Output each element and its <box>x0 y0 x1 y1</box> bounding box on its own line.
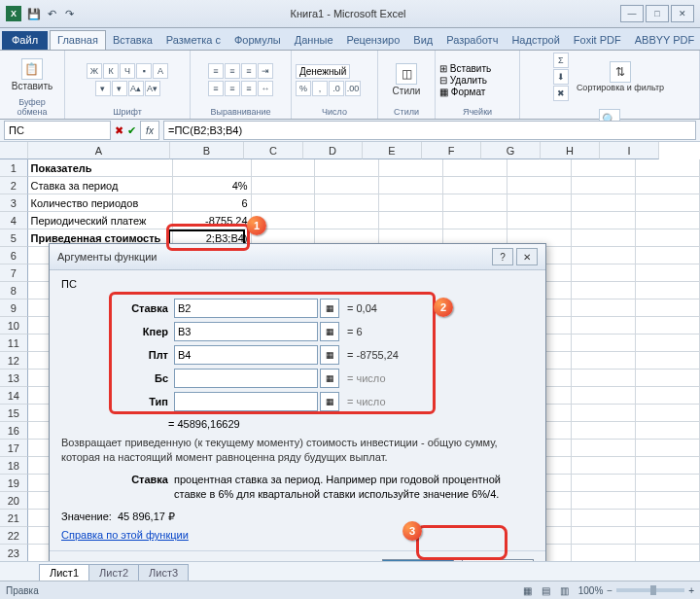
arg-input-Кпер[interactable] <box>174 322 318 341</box>
cell[interactable] <box>508 212 572 229</box>
paste-button[interactable]: 📋Вставить <box>10 56 54 93</box>
sort-filter-button[interactable]: ⇅Сортировка и фильтр <box>575 59 666 94</box>
cell[interactable] <box>636 457 700 475</box>
range-picker-icon[interactable]: ▦ <box>320 345 339 365</box>
cell[interactable] <box>379 194 443 212</box>
cell[interactable] <box>572 194 636 212</box>
cell[interactable] <box>572 475 636 492</box>
sheet-tab-1[interactable]: Лист1 <box>39 564 89 581</box>
cell[interactable] <box>572 300 636 317</box>
dialog-close-button[interactable]: ✕ <box>516 248 538 265</box>
cancel-formula-icon[interactable]: ✖ <box>115 124 123 137</box>
cell[interactable] <box>252 212 316 229</box>
cell[interactable] <box>173 159 252 177</box>
cells-delete[interactable]: ⊟ Удалить <box>439 75 487 86</box>
tab-foxit[interactable]: Foxit PDF <box>567 31 628 50</box>
col-header-F[interactable]: F <box>422 142 481 159</box>
cell[interactable] <box>572 405 636 422</box>
range-picker-icon[interactable]: ▦ <box>320 392 339 411</box>
cell[interactable]: Периодический платеж <box>28 212 173 229</box>
cell[interactable] <box>443 212 508 229</box>
cell[interactable] <box>636 247 700 264</box>
tab-formulas[interactable]: Формулы <box>228 31 288 50</box>
col-header-C[interactable]: C <box>244 142 303 159</box>
cell[interactable] <box>252 177 316 194</box>
number-controls[interactable]: %,.0.00 <box>296 81 361 96</box>
tab-addins[interactable]: Надстрой <box>505 31 566 50</box>
cell[interactable] <box>572 352 636 370</box>
cell[interactable] <box>443 194 508 212</box>
cell[interactable] <box>315 177 379 194</box>
cell[interactable] <box>636 335 700 352</box>
row-header[interactable]: 8 <box>0 282 28 300</box>
styles-button[interactable]: ◫Стили <box>391 61 423 98</box>
cell[interactable] <box>572 229 636 247</box>
cell[interactable] <box>252 159 316 177</box>
cell[interactable] <box>572 545 636 562</box>
name-box[interactable]: ПС <box>4 121 111 140</box>
tab-layout[interactable]: Разметка с <box>159 31 228 50</box>
zoom-control[interactable]: 100% − + <box>578 585 694 596</box>
col-header-I[interactable]: I <box>600 142 659 159</box>
tab-view[interactable]: Вид <box>406 31 439 50</box>
zoom-out-icon[interactable]: − <box>607 585 612 596</box>
row-header[interactable]: 21 <box>0 510 28 527</box>
tab-data[interactable]: Данные <box>288 31 340 50</box>
col-header-H[interactable]: H <box>541 142 600 159</box>
cell[interactable] <box>636 212 700 229</box>
redo-icon[interactable]: ↷ <box>62 7 76 20</box>
row-header[interactable]: 9 <box>0 300 28 317</box>
cell[interactable] <box>572 387 636 405</box>
cell[interactable] <box>315 212 379 229</box>
formula-input[interactable]: =ПС(B2;B3;B4) <box>163 121 696 140</box>
fx-button[interactable]: fx <box>140 121 159 140</box>
col-header-G[interactable]: G <box>481 142 541 159</box>
col-header-A[interactable]: A <box>28 142 170 159</box>
minimize-button[interactable]: — <box>620 5 644 22</box>
cell[interactable] <box>636 405 700 422</box>
cell[interactable] <box>572 212 636 229</box>
cells-insert[interactable]: ⊞ Вставить <box>439 63 491 74</box>
cell[interactable] <box>572 159 636 177</box>
cell[interactable] <box>379 159 443 177</box>
cell[interactable] <box>572 177 636 194</box>
tab-abbyy[interactable]: ABBYY PDF <box>628 31 700 50</box>
cell[interactable] <box>636 300 700 317</box>
cell[interactable] <box>636 317 700 335</box>
cell[interactable] <box>636 492 700 510</box>
cell[interactable] <box>636 475 700 492</box>
cell[interactable] <box>252 194 316 212</box>
cell[interactable] <box>315 194 379 212</box>
cell[interactable]: 6 <box>173 194 252 212</box>
undo-icon[interactable]: ↶ <box>45 7 58 20</box>
view-break-icon[interactable]: ▥ <box>560 585 569 596</box>
cell[interactable] <box>636 159 700 177</box>
row-header[interactable]: 11 <box>0 335 28 352</box>
close-button[interactable]: ✕ <box>671 5 694 22</box>
range-picker-icon[interactable]: ▦ <box>320 369 339 388</box>
cell[interactable] <box>636 177 700 194</box>
cell[interactable] <box>572 335 636 352</box>
zoom-slider[interactable] <box>616 588 684 592</box>
number-format-select[interactable]: Денежный <box>296 64 350 79</box>
row-header[interactable]: 20 <box>0 492 28 510</box>
row-header[interactable]: 17 <box>0 440 28 457</box>
row-header[interactable]: 7 <box>0 264 28 282</box>
cell[interactable] <box>443 159 508 177</box>
cell[interactable] <box>636 194 700 212</box>
cell[interactable] <box>572 492 636 510</box>
cell[interactable] <box>572 264 636 282</box>
range-picker-icon[interactable]: ▦ <box>320 299 339 318</box>
sheet-tab-3[interactable]: Лист3 <box>138 564 189 581</box>
col-header-E[interactable]: E <box>363 142 422 159</box>
arg-input-Ставка[interactable] <box>174 299 318 318</box>
cell[interactable]: Показатель <box>28 159 173 177</box>
cell[interactable] <box>572 510 636 527</box>
tab-review[interactable]: Рецензиро <box>340 31 407 50</box>
cell[interactable]: -8755,24 <box>173 212 252 229</box>
cell[interactable] <box>508 194 572 212</box>
cell[interactable] <box>572 440 636 457</box>
cell[interactable] <box>636 422 700 440</box>
select-all-corner[interactable] <box>0 142 28 159</box>
cell[interactable] <box>636 264 700 282</box>
